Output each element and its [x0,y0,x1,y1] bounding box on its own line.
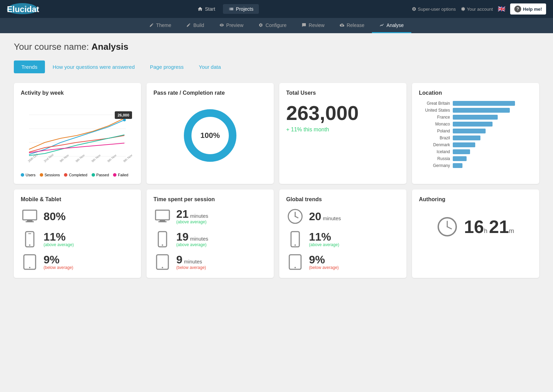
location-bar-row: Brazil [419,136,532,140]
svg-text:2nd Nov: 2nd Nov [43,153,54,163]
mobile-tablet-title: Mobile & Tablet [21,196,134,203]
tab-trends[interactable]: Trends [14,60,45,73]
location-bar-fill [453,149,470,154]
account-icon [461,7,466,11]
tablet-svg [23,254,36,270]
chart-icon [379,23,384,27]
location-bar-fill [453,156,467,161]
logo-text: Elucidat [7,4,39,14]
svg-text:9th Nov: 9th Nov [107,153,118,163]
svg-rect-18 [26,221,34,222]
help-button[interactable]: ? Help me! [510,3,546,15]
tab-progress[interactable]: Page progress [142,60,191,73]
activity-card-title: Activity by week [21,90,134,96]
top-cards-row: Activity by week [14,83,539,184]
location-country-label: United States [419,108,450,113]
subnav-build[interactable]: Build [179,18,212,33]
subnav-analyse[interactable]: Analyse [372,18,411,33]
sub-nav: Theme Build Preview Configure Review Rel… [0,18,553,33]
time-tablet-item: 9 minutes (below average) [153,253,267,271]
location-bar-fill [453,108,510,113]
location-country-label: Denmark [419,142,450,147]
time-tablet-icon [153,253,171,271]
location-country-label: Iceland [419,149,450,154]
legend-failed: Failed [113,173,128,177]
comment-icon [302,23,306,27]
total-users-card: Total Users 263,000 + 11% this month [279,83,406,184]
legend-users: Users [21,173,36,177]
analytics-tabs: Trends How your questions were answered … [14,60,539,73]
svg-rect-17 [27,220,32,221]
global-phone-icon [286,230,304,248]
legend-users-dot [21,173,24,177]
svg-line-40 [447,227,451,229]
mobile-monitor-value: 80% [44,211,66,222]
gear-icon [412,7,416,11]
time-monitor-icon [153,207,171,225]
subnav-release[interactable]: Release [332,18,372,33]
logo: Elucidat [7,4,39,15]
subnav-configure[interactable]: Configure [251,18,294,33]
location-country-label: Monaco [419,122,450,127]
tab-your-data[interactable]: Your data [191,60,228,73]
page-title: Your course name: Analysis [14,41,539,52]
mobile-tablet-card: Mobile & Tablet 80% [14,189,141,278]
nav-projects[interactable]: Projects [223,4,259,14]
phone-svg [24,231,35,248]
location-title: Location [419,90,532,96]
location-bar-fill [453,122,493,127]
authoring-title: Authoring [419,196,532,203]
svg-text:9th Nov: 9th Nov [59,153,70,163]
configure-gear-icon [259,23,263,27]
location-country-label: Germany [419,163,450,168]
svg-point-35 [294,244,296,246]
language-flag[interactable]: 🇬🇧 [498,5,505,13]
global-tablet-icon [286,253,304,271]
pencil-icon-build [186,23,191,27]
svg-point-37 [294,267,296,268]
location-bar-row: France [419,115,532,120]
subnav-review[interactable]: Review [294,18,332,33]
location-bar-fill [453,163,462,168]
svg-point-20 [29,244,30,246]
legend-failed-dot [113,173,116,177]
legend-passed-dot [92,173,95,177]
location-bar-fill [453,136,480,140]
subnav-theme[interactable]: Theme [142,18,179,33]
global-trends-card: Global trends 20 minutes [279,189,406,278]
svg-text:9th Nov: 9th Nov [123,153,133,163]
total-users-value: 263,000 [286,103,400,123]
pass-rate-title: Pass rate / Completion rate [153,90,267,96]
page-content: Your course name: Analysis Trends How yo… [0,33,553,292]
tablet-icon-mobile [21,253,39,271]
location-bar-fill [453,142,475,147]
phone-icon-mobile [21,230,39,248]
nav-start[interactable]: Start [192,4,221,14]
time-phone-item: 19 minutes (above average) [153,230,267,248]
location-bar-fill [453,129,486,133]
global-tablet-item: 9% (below average) [286,253,400,271]
total-users-title: Total Users [286,90,400,96]
subnav-preview[interactable]: Preview [212,18,251,33]
location-bar-row: Denmark [419,142,532,147]
mobile-tablet-item: 9% (below average) [21,253,134,271]
location-bar-row: Germany [419,163,532,168]
location-bar-fill [453,115,498,120]
location-bars: Great BritainUnited StatesFranceMonacoPo… [419,101,532,168]
list-icon [228,6,234,12]
super-user-link[interactable]: Super-user options [412,7,456,12]
cloud-upload-icon [340,23,344,27]
top-nav: Start Projects [192,4,259,14]
activity-card: Activity by week [14,83,141,184]
tab-questions[interactable]: How your questions were answered [45,60,142,73]
location-bar-row: Monaco [419,122,532,127]
legend-passed: Passed [92,173,109,177]
your-account-link[interactable]: Your account [461,7,493,12]
donut-chart-container: 100% [153,101,267,170]
svg-text:9th Nov: 9th Nov [75,153,86,163]
home-icon [197,6,203,12]
svg-text:9th Nov: 9th Nov [91,153,102,163]
mobile-stat-row: 80% 11% (above average) [21,207,134,271]
legend-completed: Completed [64,173,87,177]
svg-rect-25 [160,220,165,221]
